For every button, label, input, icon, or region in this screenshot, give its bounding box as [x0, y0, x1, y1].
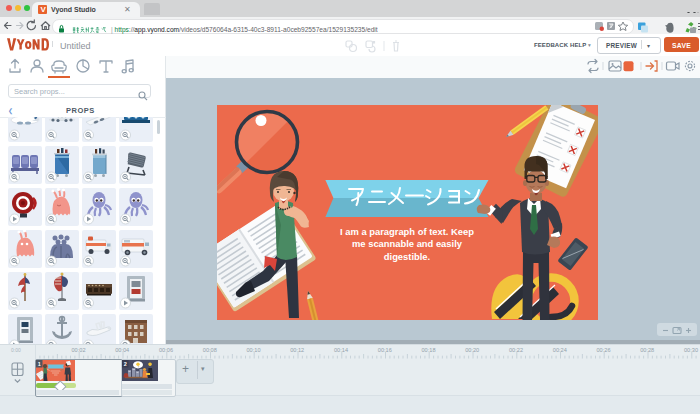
svg-text:00:14: 00:14: [334, 347, 348, 353]
svg-text:00:16: 00:16: [378, 347, 392, 353]
svg-text:00:10: 00:10: [247, 347, 261, 353]
svg-text:1: 1: [38, 361, 41, 367]
svg-text:00:26: 00:26: [597, 347, 611, 353]
svg-text:00:30: 00:30: [684, 347, 698, 353]
svg-text:0:00: 0:00: [11, 347, 21, 353]
svg-text:digestible.: digestible.: [384, 251, 430, 262]
svg-text:00:18: 00:18: [422, 347, 436, 353]
svg-text:00:24: 00:24: [553, 347, 567, 353]
svg-text:I am a paragraph of text. Keep: I am a paragraph of text. Keep: [340, 226, 474, 237]
svg-text:2: 2: [124, 361, 127, 367]
svg-text:00:08: 00:08: [203, 347, 217, 353]
svg-text:me scannable and easily: me scannable and easily: [352, 238, 463, 249]
svg-text:00:02: 00:02: [72, 347, 86, 353]
svg-text:00:28: 00:28: [640, 347, 654, 353]
svg-text:00:20: 00:20: [465, 347, 479, 353]
svg-text:00:06: 00:06: [159, 347, 173, 353]
svg-text:00:22: 00:22: [509, 347, 523, 353]
svg-text:| https://app.vyond.com/video: | https://app.vyond.com/videos/d576064a-…: [111, 25, 378, 33]
svg-text:00:04: 00:04: [115, 347, 129, 353]
svg-text:00:12: 00:12: [290, 347, 304, 353]
